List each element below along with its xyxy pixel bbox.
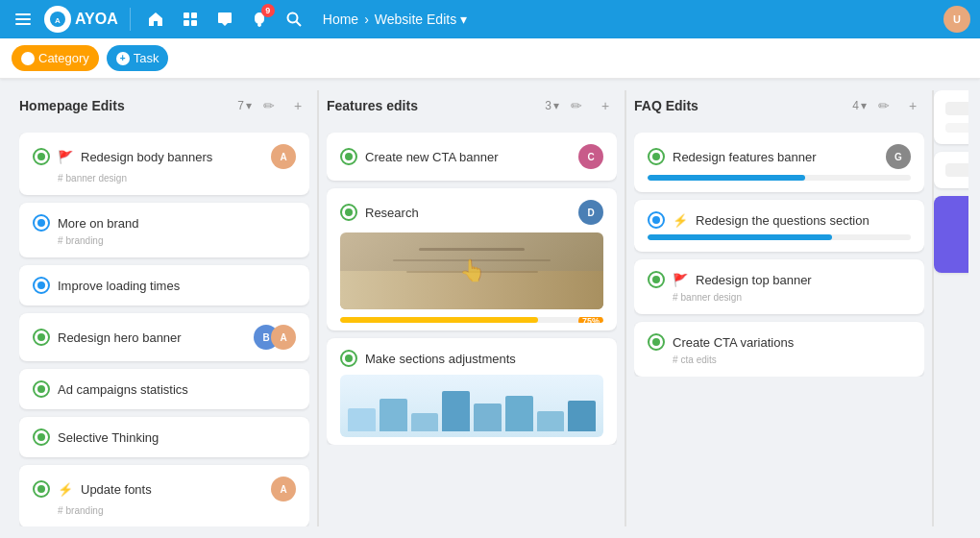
card-partial-purple: [934, 196, 968, 273]
home-icon[interactable]: [142, 6, 169, 33]
svg-text:A: A: [55, 16, 61, 25]
category-dot: [21, 52, 35, 65]
progress-bar-container: [648, 234, 911, 240]
card-check: [340, 350, 357, 367]
cursor-icon: 👆: [459, 258, 485, 283]
column-title-features: Features edits: [327, 98, 539, 113]
card-title: Redesign the questions section: [696, 213, 911, 228]
task-dot: +: [116, 52, 130, 65]
card-tag: # branding: [58, 235, 296, 246]
card-title: Redesign body banners: [81, 150, 263, 164]
column-edit-features[interactable]: ✏: [565, 94, 588, 117]
progress-bar-fill: [648, 175, 805, 181]
progress-bar-fill: [340, 317, 538, 323]
card-check: [648, 333, 665, 351]
column-add-homepage[interactable]: +: [286, 94, 309, 117]
logo-icon: A: [44, 6, 71, 33]
column-homepage-edits: Homepage Edits 7 ▾ ✏ + 🚩 Redesign body b…: [12, 90, 319, 526]
card-more-on-brand[interactable]: More on brand # branding: [19, 203, 309, 257]
card-title: Redesign top banner: [696, 273, 911, 287]
card-make-sections[interactable]: Make sections adjustments: [327, 338, 617, 445]
card-partial-2: [934, 152, 968, 188]
svg-rect-5: [184, 12, 189, 18]
card-check: [340, 148, 357, 165]
card-improve-loading[interactable]: Improve loading times: [19, 265, 309, 306]
card-title: Create new CTA banner: [365, 150, 571, 164]
card-check: [33, 380, 50, 398]
card-check: [648, 211, 665, 229]
card-redesign-top-banner[interactable]: 🚩 Redesign top banner # banner design: [634, 259, 924, 314]
card-redesign-body[interactable]: 🚩 Redesign body banners A # banner desig…: [19, 133, 309, 195]
homepage-cards: 🚩 Redesign body banners A # banner desig…: [19, 133, 309, 526]
svg-rect-7: [184, 20, 189, 26]
column-faq-edits: FAQ Edits 4 ▾ ✏ + Redesign features bann…: [626, 90, 934, 526]
card-tag: # cta edits: [673, 355, 911, 365]
menu-icon[interactable]: [10, 6, 37, 33]
column-header-homepage: Homepage Edits 7 ▾ ✏ +: [19, 90, 309, 125]
category-button[interactable]: Category: [12, 45, 99, 71]
svg-rect-8: [191, 20, 197, 26]
column-count-homepage: 7 ▾: [237, 99, 252, 112]
logo-text: AYOA: [75, 11, 118, 28]
card-selective-thinking[interactable]: Selective Thinking: [19, 417, 309, 457]
avatar: A: [271, 477, 296, 501]
card-redesign-features-banner[interactable]: Redesign features banner G: [634, 133, 924, 192]
card-check: [340, 204, 357, 221]
charts-image: [340, 375, 603, 437]
column-add-features[interactable]: +: [594, 94, 617, 117]
card-title: More on brand: [58, 216, 296, 231]
card-ad-campaigns[interactable]: Ad campaigns statistics: [19, 369, 309, 409]
search-icon[interactable]: [281, 6, 307, 33]
column-header-features: Features edits 3 ▾ ✏ +: [327, 90, 617, 125]
column-header-faq: FAQ Edits 4 ▾ ✏ +: [634, 90, 924, 125]
home-breadcrumb[interactable]: Home: [323, 12, 358, 27]
column-edit-faq[interactable]: ✏: [872, 94, 895, 117]
card-create-cta-variations[interactable]: Create CTA variations # cta edits: [634, 322, 924, 377]
card-research[interactable]: Research D 👆 75%: [327, 188, 617, 330]
app-logo[interactable]: A AYOA: [44, 6, 118, 33]
avatar: A: [271, 325, 296, 350]
column-edit-homepage[interactable]: ✏: [257, 94, 281, 117]
svg-line-10: [296, 22, 301, 27]
card-create-cta[interactable]: Create new CTA banner C: [327, 133, 617, 181]
card-tag: # branding: [58, 505, 296, 516]
svg-rect-1: [15, 18, 31, 20]
research-image: 👆: [340, 232, 603, 309]
message-icon[interactable]: [211, 6, 238, 33]
svg-rect-2: [15, 23, 31, 25]
notification-badge: 9: [261, 4, 275, 17]
column-title-homepage: Homepage Edits: [19, 98, 232, 113]
avatar-group: B A: [254, 325, 296, 350]
features-cards: Create new CTA banner C Research D: [327, 133, 617, 445]
card-title: Make sections adjustments: [365, 352, 603, 366]
grid-icon[interactable]: [177, 6, 204, 33]
task-button[interactable]: + Task: [107, 45, 169, 71]
column-title-faq: FAQ Edits: [634, 98, 846, 113]
column-partial: [934, 90, 968, 526]
progress-bar-fill: [648, 234, 832, 240]
card-title: Create CTA variations: [673, 335, 911, 350]
avatar: G: [886, 144, 911, 169]
notification-icon[interactable]: 9: [246, 6, 273, 33]
column-add-faq[interactable]: +: [901, 94, 924, 117]
card-title: Redesign hero banner: [58, 330, 246, 345]
svg-rect-6: [191, 12, 197, 18]
card-update-fonts[interactable]: ⚡ Update fonts A # branding: [19, 465, 309, 526]
card-redesign-questions[interactable]: ⚡ Redesign the questions section: [634, 200, 924, 252]
avatar: A: [271, 144, 296, 169]
column-count-features: 3 ▾: [545, 99, 559, 112]
card-check: [33, 277, 50, 294]
svg-rect-0: [15, 13, 31, 15]
card-check: [33, 329, 50, 346]
user-avatar[interactable]: U: [943, 6, 970, 33]
card-title: Improve loading times: [58, 279, 296, 293]
faq-cards: Redesign features banner G ⚡ Redesign th…: [634, 133, 924, 377]
card-tag: # banner design: [673, 292, 911, 303]
breadcrumb: Home › Website Edits ▾: [323, 12, 467, 27]
column-features-edits: Features edits 3 ▾ ✏ + Create new CTA ba…: [319, 90, 626, 526]
card-title: Update fonts: [81, 482, 263, 497]
card-title: Selective Thinking: [58, 430, 296, 445]
progress-bar-container: 75%: [340, 317, 603, 323]
card-redesign-hero[interactable]: Redesign hero banner B A: [19, 313, 309, 361]
card-check: [33, 148, 50, 165]
